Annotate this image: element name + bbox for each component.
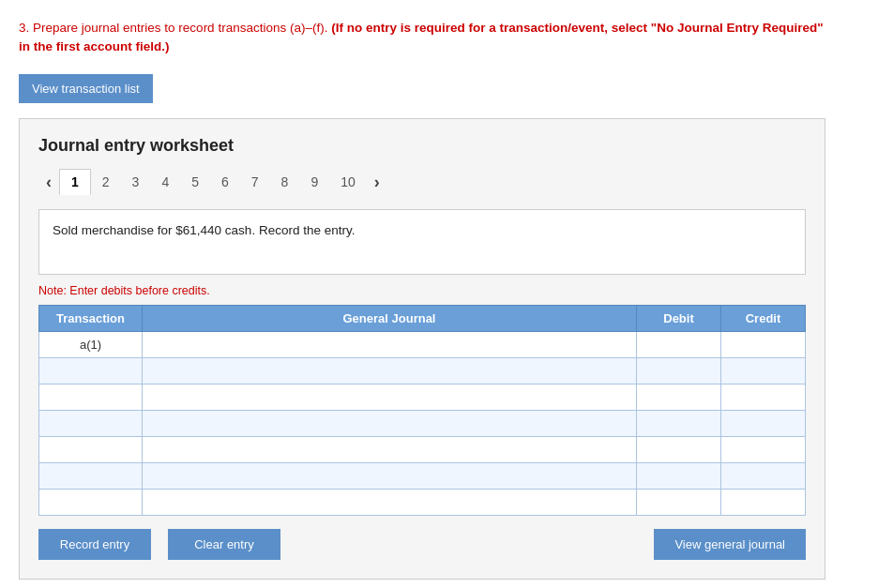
general-journal-input-7[interactable]: [143, 490, 636, 515]
credit-input-5[interactable]: [721, 437, 805, 462]
general-journal-cell-6[interactable]: [143, 462, 637, 489]
debit-cell-7[interactable]: [637, 489, 721, 515]
tab-3[interactable]: 3: [121, 170, 151, 194]
credit-cell-5[interactable]: [721, 436, 806, 462]
table-row: [39, 410, 806, 436]
general-journal-input-2[interactable]: [143, 358, 636, 384]
tab-8[interactable]: 8: [270, 170, 300, 194]
general-journal-input-6[interactable]: [143, 463, 636, 489]
credit-cell-6[interactable]: [721, 462, 806, 489]
debit-input-3[interactable]: [637, 384, 720, 410]
transaction-label-1: a(1): [39, 331, 143, 357]
tab-1[interactable]: 1: [59, 169, 91, 195]
instruction-number: 3.: [19, 21, 29, 35]
general-journal-input-3[interactable]: [143, 384, 636, 410]
debit-input-2[interactable]: [637, 358, 720, 384]
tab-6[interactable]: 6: [210, 170, 240, 194]
transaction-label-3: [39, 384, 143, 410]
tab-next-arrow[interactable]: ›: [367, 169, 387, 196]
credit-input-7[interactable]: [721, 490, 805, 515]
note-text: Note: Enter debits before credits.: [38, 284, 806, 297]
credit-input-2[interactable]: [721, 358, 805, 384]
worksheet-title: Journal entry worksheet: [38, 136, 806, 156]
view-general-journal-button[interactable]: View general journal: [654, 529, 806, 560]
tab-9[interactable]: 9: [299, 170, 329, 194]
credit-cell-1[interactable]: [721, 331, 806, 357]
debit-cell-1[interactable]: [637, 331, 721, 357]
debit-cell-2[interactable]: [637, 357, 721, 384]
credit-input-6[interactable]: [721, 463, 805, 489]
debit-cell-5[interactable]: [637, 436, 721, 462]
instruction-body: Prepare journal entries to record transa…: [33, 21, 327, 35]
credit-input-4[interactable]: [721, 411, 805, 436]
debit-cell-3[interactable]: [637, 384, 721, 410]
general-journal-cell-3[interactable]: [143, 384, 637, 410]
tab-5[interactable]: 5: [180, 170, 210, 194]
general-journal-input-5[interactable]: [143, 437, 636, 462]
instruction-text: 3. Prepare journal entries to record tra…: [19, 19, 825, 57]
debit-cell-4[interactable]: [637, 410, 721, 436]
col-debit: Debit: [637, 305, 721, 331]
debit-input-4[interactable]: [637, 411, 720, 436]
table-row: a(1): [39, 331, 806, 357]
table-row: [39, 489, 806, 515]
credit-cell-4[interactable]: [721, 410, 806, 436]
table-row: [39, 436, 806, 462]
view-transaction-button[interactable]: View transaction list: [19, 74, 153, 103]
tab-4[interactable]: 4: [150, 170, 180, 194]
tab-7[interactable]: 7: [240, 170, 270, 194]
journal-table: Transaction General Journal Debit Credit…: [38, 305, 806, 516]
general-journal-input-4[interactable]: [143, 411, 636, 436]
general-journal-cell-4[interactable]: [143, 410, 637, 436]
transaction-label-7: [39, 489, 143, 515]
table-row: [39, 384, 806, 410]
tab-navigation: ‹ 1 2 3 4 5 6 7 8 9 10 ›: [38, 169, 806, 196]
credit-cell-3[interactable]: [721, 384, 806, 410]
action-buttons: Record entry Clear entry View general jo…: [38, 529, 806, 560]
debit-input-6[interactable]: [637, 463, 720, 489]
transaction-label-6: [39, 462, 143, 489]
debit-input-5[interactable]: [637, 437, 720, 462]
debit-input-1[interactable]: [637, 332, 720, 357]
clear-entry-button[interactable]: Clear entry: [168, 529, 280, 560]
transaction-label-5: [39, 436, 143, 462]
credit-cell-7[interactable]: [721, 489, 806, 515]
credit-input-3[interactable]: [721, 384, 805, 410]
transaction-description: Sold merchandise for $61,440 cash. Recor…: [38, 209, 806, 275]
worksheet-container: Journal entry worksheet ‹ 1 2 3 4 5 6 7 …: [19, 118, 825, 580]
transaction-label-2: [39, 357, 143, 384]
col-transaction: Transaction: [39, 305, 143, 331]
record-entry-button[interactable]: Record entry: [38, 529, 151, 560]
table-row: [39, 357, 806, 384]
general-journal-cell-2[interactable]: [143, 357, 637, 384]
tab-prev-arrow[interactable]: ‹: [38, 169, 59, 196]
tab-2[interactable]: 2: [91, 170, 121, 194]
table-row: [39, 462, 806, 489]
general-journal-cell-7[interactable]: [143, 489, 637, 515]
debit-input-7[interactable]: [637, 490, 720, 515]
general-journal-input-1[interactable]: [143, 332, 636, 357]
transaction-label-4: [39, 410, 143, 436]
tab-10[interactable]: 10: [329, 170, 367, 194]
credit-input-1[interactable]: [721, 332, 805, 357]
general-journal-cell-5[interactable]: [143, 436, 637, 462]
col-general-journal: General Journal: [143, 305, 637, 331]
credit-cell-2[interactable]: [721, 357, 806, 384]
col-credit: Credit: [721, 305, 806, 331]
general-journal-cell-1[interactable]: [143, 331, 637, 357]
debit-cell-6[interactable]: [637, 462, 721, 489]
